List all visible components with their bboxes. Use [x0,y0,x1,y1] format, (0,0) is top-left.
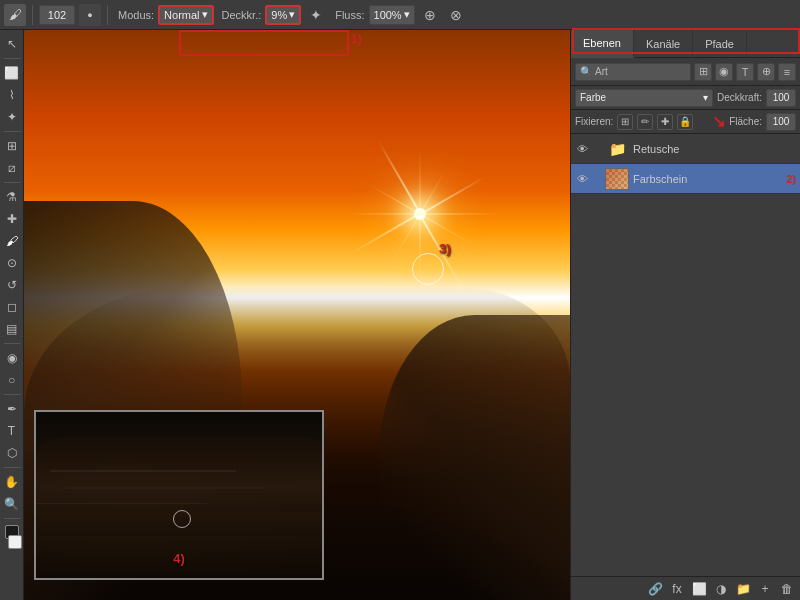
flaeche-value[interactable]: 100 [766,113,796,131]
lt-sep6 [4,467,20,468]
deckk-dropdown[interactable]: 9% ▾ [265,5,301,25]
bg-color[interactable] [8,535,22,549]
blur-tool[interactable]: ◉ [2,348,22,368]
hand-tool[interactable]: ✋ [2,472,22,492]
layer-fx-btn[interactable]: fx [668,580,686,598]
left-toolbar: ↖ ⬜ ⌇ ✦ ⊞ ⧄ ⚗ ✚ 🖌 ⊙ ↺ ◻ ▤ ◉ ○ ✒ T ⬡ ✋ 🔍 [0,30,24,600]
thumbnail-overlay: 4) [34,410,324,580]
gradient-tool[interactable]: ▤ [2,319,22,339]
filter-value: Farbe [580,92,606,103]
lt-sep5 [4,394,20,395]
eraser-tool[interactable]: ◻ [2,297,22,317]
heal-tool[interactable]: ✚ [2,209,22,229]
layer-visibility-farbschein[interactable]: 👁 [575,172,589,186]
layers-toolbar: 🔍 Art ⊞ ◉ T ⊕ ≡ [571,58,800,86]
lt-sep1 [4,58,20,59]
tab-ebenen[interactable]: Ebenen [571,30,634,58]
filter-chevron: ▾ [703,92,708,103]
fixieren-label: Fixieren: [575,116,613,127]
zoom-tool[interactable]: 🔍 [2,494,22,514]
sun-burst [390,184,450,244]
layers-search[interactable]: 🔍 Art [575,63,691,81]
dodge-tool[interactable]: ○ [2,370,22,390]
tab-pfade[interactable]: Pfade [693,30,747,58]
lasso-tool[interactable]: ⌇ [2,85,22,105]
crop-tool[interactable]: ⊞ [2,136,22,156]
fix-icon-4[interactable]: 🔒 [677,114,693,130]
brush-tool[interactable]: 🖌 [2,231,22,251]
ray-180 [345,213,420,214]
sep1 [32,5,33,25]
brush-tool-icon[interactable]: 🖌 [4,4,26,26]
layer-group-btn[interactable]: 📁 [734,580,752,598]
layer-new-btn[interactable]: + [756,580,774,598]
fluss-dropdown[interactable]: 100% ▾ [369,5,415,25]
fixieren-row: Fixieren: ⊞ ✏ ✚ 🔒 ↘ Fläche: 100 [571,110,800,134]
strata-1 [50,470,236,472]
modus-value: Normal [164,9,199,21]
pressure-icon[interactable]: ⊕ [419,4,441,26]
marquee-tool[interactable]: ⬜ [2,63,22,83]
layer-menu-icon3[interactable]: T [736,63,754,81]
wand-tool[interactable]: ✦ [2,107,22,127]
deckkraft-label: Deckkraft: [717,92,762,103]
top-toolbar: 🖌 102 ● Modus: Normal ▾ Deckkr.: 9% ▾ ✦ … [0,0,800,30]
path-tool[interactable]: ⬡ [2,443,22,463]
fix-icon-3[interactable]: ✚ [657,114,673,130]
search-icon: 🔍 [580,66,592,77]
fix-icon-2[interactable]: ✏ [637,114,653,130]
strata-2 [65,487,265,489]
fluss-label: Fluss: [335,9,364,21]
modus-label: Modus: [118,9,154,21]
smoothing-icon[interactable]: ⊗ [445,4,467,26]
layer-adjustment-btn[interactable]: ◑ [712,580,730,598]
layer-menu-icon4[interactable]: ⊕ [757,63,775,81]
tab-kanaele[interactable]: Kanäle [634,30,693,58]
deckk-chevron: ▾ [289,8,295,21]
brush-size-value[interactable]: 102 [39,5,75,25]
slice-tool[interactable]: ⧄ [2,158,22,178]
layer-row-farbschein[interactable]: 👁 Farbschein 2) [571,164,800,194]
stamp-tool[interactable]: ⊙ [2,253,22,273]
eyedropper-tool[interactable]: ⚗ [2,187,22,207]
layer-menu-icon5[interactable]: ≡ [778,63,796,81]
arrow-annotation: ↘ [712,112,725,131]
annotation-3: 3) [439,241,451,256]
layer-menu-icon1[interactable]: ⊞ [694,63,712,81]
text-tool[interactable]: T [2,421,22,441]
lt-sep4 [4,343,20,344]
layer-visibility-retusche[interactable]: 👁 [575,142,589,156]
thumb-overlay [606,169,628,189]
brush-preview-icon: ● [79,4,101,26]
layer-menu-icon2[interactable]: ◉ [715,63,733,81]
lt-sep3 [4,182,20,183]
airbrush-icon[interactable]: ✦ [305,4,327,26]
lt-sep7 [4,518,20,519]
main-image: 3) [24,30,570,600]
layers-bottom: 🔗 fx ⬜ ◑ 📁 + 🗑 [571,576,800,600]
fluss-chevron: ▾ [404,8,410,21]
ray-0 [420,213,500,214]
move-tool[interactable]: ↖ [2,34,22,54]
folder-icon-retusche: 📁 [605,138,629,160]
layer-name-farbschein: Farbschein [633,173,782,185]
deckk-label: Deckkr.: [222,9,262,21]
sep2 [107,5,108,25]
filter-dropdown[interactable]: Farbe ▾ [575,89,713,107]
modus-dropdown[interactable]: Normal ▾ [158,5,213,25]
layer-row-retusche[interactable]: 👁 📁 Retusche [571,134,800,164]
deckkraft-value[interactable]: 100 [766,89,796,107]
main-area: ↖ ⬜ ⌇ ✦ ⊞ ⧄ ⚗ ✚ 🖌 ⊙ ↺ ◻ ▤ ◉ ○ ✒ T ⬡ ✋ 🔍 … [0,30,800,600]
flaeche-label: Fläche: [729,116,762,127]
fix-icon-1[interactable]: ⊞ [617,114,633,130]
layer-thumb-farbschein [605,168,629,190]
layers-list: 👁 📁 Retusche 👁 Farbschein 2) [571,134,800,576]
layer-mask-btn[interactable]: ⬜ [690,580,708,598]
ray-90 [419,214,420,284]
canvas-area[interactable]: × 02_05_flares.psd bei 48% (Farbschein, … [24,30,570,600]
pen-tool[interactable]: ✒ [2,399,22,419]
layer-link-btn[interactable]: 🔗 [646,580,664,598]
layer-delete-btn[interactable]: 🗑 [778,580,796,598]
fluss-value: 100% [374,9,402,21]
history-tool[interactable]: ↺ [2,275,22,295]
